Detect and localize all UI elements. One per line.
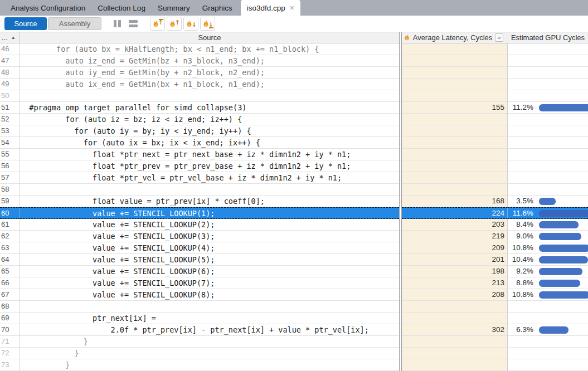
table-row[interactable]: 57 float *ptr_vel = ptr_vel_base + iz * … xyxy=(0,172,588,184)
gpu-bar xyxy=(539,233,581,240)
table-row[interactable]: 63 value += STENCIL_LOOKUP(4); 209 10.8% xyxy=(0,242,588,254)
gpu-percent: 11.6% xyxy=(508,208,533,219)
tab-collection-log[interactable]: Collection Log xyxy=(91,0,152,16)
gpu-percent: 9.2% xyxy=(508,266,533,277)
table-row[interactable]: 53 for (auto iy = by; iy < iy_end; iy++)… xyxy=(0,125,588,137)
line-number: 67 xyxy=(0,289,20,301)
source-code-line: } xyxy=(20,336,399,347)
source-cell xyxy=(20,90,399,102)
line-number: 65 xyxy=(0,266,20,277)
line-number: 48 xyxy=(0,67,20,79)
nav-first-hotspot[interactable]: ↑ xyxy=(150,17,165,31)
source-column-header[interactable]: Source xyxy=(20,32,399,43)
expand-column-button[interactable]: » xyxy=(495,33,503,42)
table-row[interactable]: 52 for (auto iz = bz; iz < iz_end; iz++)… xyxy=(0,114,588,125)
table-row[interactable]: 46 for (auto bx = kHalfLength; bx < n1_e… xyxy=(0,43,588,55)
latency-cell xyxy=(399,67,508,79)
source-code-line: float value = ptr_prev[ix] * coeff[0]; xyxy=(20,196,399,207)
latency-cell: 203 xyxy=(399,219,508,231)
nav-next-hotspot[interactable]: ↓ xyxy=(183,17,198,31)
latency-column-header[interactable]: Average Latency, Cycles » xyxy=(399,32,508,43)
line-number: 53 xyxy=(0,125,20,137)
line-number: 55 xyxy=(0,149,20,160)
line-number: 61 xyxy=(0,219,20,231)
close-tab-icon[interactable]: × xyxy=(290,4,294,12)
column-splitter[interactable] xyxy=(399,32,402,371)
gpu-cell xyxy=(508,125,588,137)
gpu-cycles-column-header[interactable]: Estimated GPU Cycles xyxy=(508,32,588,43)
tab-label: Collection Log xyxy=(98,4,145,12)
gpu-bar xyxy=(539,104,588,111)
table-row[interactable]: 61 value += STENCIL_LOOKUP(2); 203 8.4% xyxy=(0,219,588,231)
source-code-line: auto iz_end = GetMin(bz + n3_block, n3_e… xyxy=(20,55,399,66)
split-vertical-icon[interactable] xyxy=(114,20,121,27)
arrow-icon: ↑ xyxy=(175,19,180,26)
latency-cell xyxy=(399,336,508,348)
gpu-cell: 10.8% xyxy=(508,242,588,254)
tab-iso3dfd-cpp[interactable]: iso3dfd.cpp × xyxy=(241,0,300,16)
gpu-cell xyxy=(508,160,588,172)
gpu-cell: 10.4% xyxy=(508,254,588,266)
table-row[interactable]: 59 float value = ptr_prev[ix] * coeff[0]… xyxy=(0,196,588,207)
source-cell: #pragma omp target parallel for simd col… xyxy=(20,102,399,114)
table-row[interactable]: 70 2.0f * ptr_prev[ix] - ptr_next[ix] + … xyxy=(0,324,588,336)
source-code-line: for (auto ix = bx; ix < ix_end; ix++) { xyxy=(20,137,399,148)
line-number: 56 xyxy=(0,160,20,172)
assembly-view-button[interactable]: Assembly xyxy=(48,17,101,30)
source-cell: value += STENCIL_LOOKUP(2); xyxy=(20,219,399,231)
latency-cell xyxy=(399,184,508,196)
table-row[interactable]: 72 } xyxy=(0,348,588,359)
gpu-cell xyxy=(508,184,588,196)
table-row[interactable]: 64 value += STENCIL_LOOKUP(5); 201 10.4% xyxy=(0,254,588,266)
table-row[interactable]: 50 xyxy=(0,90,588,102)
table-row[interactable]: 73 } xyxy=(0,359,588,371)
source-cell: value += STENCIL_LOOKUP(1); xyxy=(20,207,399,219)
table-row[interactable]: 56 float *ptr_prev = ptr_prev_base + iz … xyxy=(0,160,588,172)
latency-cell xyxy=(399,90,508,102)
latency-cell xyxy=(399,149,508,160)
table-row[interactable]: 62 value += STENCIL_LOOKUP(3); 219 9.0% xyxy=(0,231,588,242)
gpu-cell xyxy=(508,114,588,125)
table-row[interactable]: 66 value += STENCIL_LOOKUP(7); 213 8.8% xyxy=(0,277,588,289)
tab-label: Summary xyxy=(158,4,190,12)
tab-graphics[interactable]: Graphics xyxy=(196,0,239,16)
source-view-button[interactable]: Source xyxy=(4,17,47,30)
source-code-line: for (auto bx = kHalfLength; bx < n1_end;… xyxy=(20,43,399,55)
latency-cell xyxy=(399,160,508,172)
table-row[interactable]: 55 float *ptr_next = ptr_next_base + iz … xyxy=(0,149,588,160)
line-number: 62 xyxy=(0,231,20,242)
source-cell: value += STENCIL_LOOKUP(7); xyxy=(20,277,399,289)
table-row[interactable]: 54 for (auto ix = bx; ix < ix_end; ix++)… xyxy=(0,137,588,149)
latency-cell xyxy=(399,79,508,90)
source-cell: auto ix_end = GetMin(bx + n1_block, n1_e… xyxy=(20,79,399,90)
source-cell xyxy=(20,301,399,313)
table-row[interactable]: 69 ptr_next[ix] = xyxy=(0,313,588,324)
line-number: 60 xyxy=(0,207,20,219)
gpu-cell xyxy=(508,313,588,324)
table-row[interactable]: 71 } xyxy=(0,336,588,348)
source-cell: value += STENCIL_LOOKUP(5); xyxy=(20,254,399,266)
line-number-column-header[interactable]: ... ▲ xyxy=(0,32,20,43)
nav-last-hotspot[interactable]: ↓ xyxy=(200,17,215,31)
source-code-line: value += STENCIL_LOOKUP(8); xyxy=(20,289,399,300)
table-row[interactable]: 68 xyxy=(0,301,588,313)
gpu-percent: 10.8% xyxy=(508,242,533,253)
line-number: 51 xyxy=(0,102,20,114)
gpu-cell xyxy=(508,67,588,79)
table-row[interactable]: 49 auto ix_end = GetMin(bx + n1_block, n… xyxy=(0,79,588,90)
table-row[interactable]: 65 value += STENCIL_LOOKUP(6); 198 9.2% xyxy=(0,266,588,277)
tab-analysis-configuration[interactable]: Analysis Configuration xyxy=(4,0,91,16)
tab-summary[interactable]: Summary xyxy=(152,0,196,16)
gpu-cell xyxy=(508,359,588,371)
split-horizontal-icon[interactable] xyxy=(129,20,138,27)
table-row[interactable]: 51 #pragma omp target parallel for simd … xyxy=(0,102,588,114)
table-row[interactable]: 58 xyxy=(0,184,588,196)
table-row[interactable]: 67 value += STENCIL_LOOKUP(8); 208 10.8% xyxy=(0,289,588,301)
table-row[interactable]: 47 auto iz_end = GetMin(bz + n3_block, n… xyxy=(0,55,588,67)
table-row[interactable]: 48 auto iy_end = GetMin(by + n2_block, n… xyxy=(0,67,588,79)
nav-prev-hotspot[interactable]: ↑ xyxy=(167,17,182,31)
gpu-cell xyxy=(508,43,588,55)
source-cell: value += STENCIL_LOOKUP(8); xyxy=(20,289,399,301)
latency-cell: 224 xyxy=(399,207,508,219)
table-row[interactable]: 60 value += STENCIL_LOOKUP(1); 224 11.6% xyxy=(0,207,588,219)
